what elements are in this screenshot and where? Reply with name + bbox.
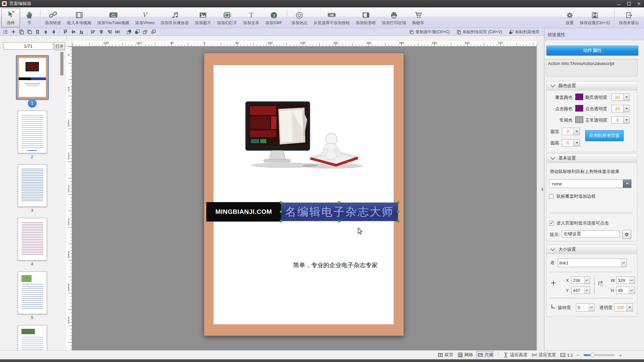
move-down-button[interactable] (50, 28, 58, 35)
selection-handle[interactable] (397, 201, 399, 204)
fit-height-button[interactable]: 适应高度 (502, 351, 528, 359)
site-label-banner[interactable]: MINGBIANJI.COM (206, 202, 281, 222)
y-input[interactable] (572, 287, 584, 294)
page-tagline-text[interactable]: 简单，专业的企业电子杂志专家 (280, 261, 391, 269)
close-button[interactable] (634, 0, 644, 7)
paste-current-page-button[interactable]: 粘贴到当前页 (Ctrl+V) (457, 29, 502, 35)
selected-title-banner[interactable]: 名编辑电子杂志大师 (281, 203, 398, 221)
save-settings-button[interactable]: 保存设置(Ctrl+S) (577, 8, 613, 27)
tool-hand[interactable]: 手 (20, 8, 39, 27)
ruler-toggle[interactable]: 尺规 (476, 351, 494, 359)
tool-add-print-area[interactable]: 添加打印区域 (379, 8, 409, 27)
page-thumbnail-1[interactable] (16, 55, 49, 100)
send-backward-button[interactable] (149, 28, 157, 35)
selection-handle[interactable] (397, 220, 399, 222)
tool-select[interactable]: 选择 (1, 8, 20, 27)
element-name-input[interactable] (558, 259, 621, 267)
color-swatch[interactable] (575, 116, 583, 123)
grid-toggle[interactable]: 网格 (457, 351, 474, 359)
zoom-slider-thumb[interactable] (590, 353, 595, 357)
h-input[interactable] (616, 287, 629, 294)
copy-selection-button[interactable]: 复制选中项(Ctrl+C) (409, 29, 450, 35)
opacity-dropdown[interactable]: 100 (614, 303, 633, 311)
selection-handle[interactable] (280, 201, 282, 204)
tool-add-button-from-library[interactable]: 从资源库中添加按钮 (311, 8, 353, 27)
color-swatch[interactable] (575, 94, 583, 100)
minimize-button[interactable] (614, 0, 624, 7)
opacity-dropdown[interactable]: 0 (611, 116, 630, 124)
sidebar-scrollbar-thumb[interactable] (60, 52, 63, 75)
selection-handle[interactable] (338, 201, 340, 204)
dropdown-arrow-icon[interactable] (623, 94, 629, 101)
color-settings-header[interactable]: 颜色设置 (546, 81, 637, 90)
selection-handle[interactable] (280, 210, 282, 213)
rotation-input[interactable] (576, 304, 589, 311)
distribute-button[interactable] (113, 28, 121, 35)
action-properties-button[interactable]: 动作属性 (546, 46, 638, 56)
tool-add-link[interactable]: 添加链接 (42, 8, 64, 27)
dropdown-arrow-icon[interactable] (623, 117, 629, 123)
tool-add-text[interactable]: 添加文本 (240, 8, 262, 27)
page-hero-image[interactable] (245, 100, 369, 171)
checkbox-checked[interactable] (549, 221, 554, 226)
round-width-dropdown[interactable]: 0 (562, 128, 580, 135)
tool-add-swf[interactable]: 添加SWF (262, 8, 285, 27)
round-height-dropdown[interactable]: 0 (562, 139, 580, 146)
dropdown-arrow-icon[interactable] (574, 128, 580, 135)
tip-text-input[interactable] (562, 230, 620, 238)
page-list-button[interactable] (1, 28, 9, 35)
apply-to-all-pages-button[interactable]: 应用到所有页面 (585, 130, 624, 141)
bring-to-front-button[interactable] (125, 28, 133, 35)
page-thumbnail-4[interactable] (18, 218, 47, 260)
dropdown-arrow-icon[interactable] (623, 105, 629, 112)
zoom-in-button[interactable]: + (619, 352, 622, 358)
align-right-button[interactable] (105, 28, 113, 35)
align-left-button[interactable] (89, 28, 97, 35)
border-checkbox-row[interactable]: 鼠标覆盖时添加边框 (549, 193, 596, 199)
open-page-button[interactable]: 打开 (54, 42, 65, 50)
page-thumbnail-6[interactable] (18, 325, 47, 350)
page-thumbnail-5[interactable] (18, 272, 47, 314)
enter-icon[interactable] (584, 277, 590, 284)
x-input[interactable] (572, 277, 584, 284)
tool-add-youtube[interactable]: 添加YouTube视频 (94, 8, 132, 27)
enter-icon[interactable] (621, 259, 627, 267)
fit-width-button[interactable]: 适应宽度 (531, 351, 557, 359)
two-page-toggle[interactable]: 双页 (437, 351, 454, 359)
align-bottom-button[interactable] (77, 28, 86, 35)
page-indicator-input[interactable] (3, 42, 53, 50)
settings-button[interactable]: 设置 (562, 8, 577, 27)
save-exit-button[interactable]: 保存并退出 (616, 8, 642, 27)
add-item-button[interactable] (9, 28, 17, 35)
enter-icon[interactable] (629, 277, 635, 284)
align-top-button[interactable] (61, 28, 69, 35)
bring-forward-button[interactable] (141, 28, 149, 35)
dropdown-arrow-icon[interactable] (627, 304, 633, 311)
enter-icon[interactable] (629, 287, 635, 294)
selection-handle[interactable] (397, 210, 399, 213)
tool-add-hotspot[interactable]: 添加热点 (288, 8, 311, 27)
tool-add-music-player[interactable]: 添加音乐播放器 (158, 8, 192, 27)
selection-handle[interactable] (280, 220, 282, 222)
maximize-button[interactable] (624, 0, 634, 7)
align-middle-button[interactable] (69, 28, 77, 35)
align-center-button[interactable] (97, 28, 105, 35)
enter-icon[interactable] (584, 287, 590, 294)
w-input[interactable] (616, 277, 629, 284)
tool-add-vimeo[interactable]: 添加Vimeo (132, 8, 158, 27)
checkbox-unchecked[interactable] (549, 194, 554, 199)
tip-settings-button[interactable] (622, 230, 631, 239)
move-up-button[interactable] (42, 28, 50, 35)
one-to-one-button[interactable]: 1:1 (559, 352, 574, 358)
dropdown-arrow-icon[interactable] (574, 139, 580, 146)
opacity-dropdown[interactable]: 20 (611, 94, 630, 101)
paste-other-page-button[interactable]: 粘贴到其他页 (509, 29, 539, 35)
copy-item-button[interactable] (25, 28, 34, 35)
page-thumbnail-3[interactable] (18, 164, 47, 207)
tool-add-slideshow[interactable]: 添加幻灯片 (214, 8, 240, 27)
selection-handle[interactable] (338, 220, 340, 222)
tool-add-image[interactable]: 添加图片 (192, 8, 214, 27)
tool-embed-local-video[interactable]: 嵌入本地视频 (64, 8, 94, 27)
tool-shopping-cart[interactable]: 购物车 (409, 8, 427, 27)
basic-settings-header[interactable]: 基本设置 (546, 154, 637, 163)
